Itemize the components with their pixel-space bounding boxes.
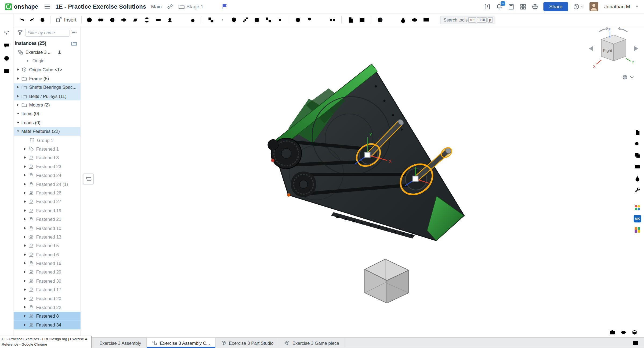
tree-row[interactable]: Frame (5) [13,74,80,83]
chevron-down-icon[interactable] [16,129,21,134]
community-icon[interactable] [531,3,538,10]
workspace-label[interactable]: Main [151,4,162,9]
tool-ball-mate[interactable] [165,15,175,25]
copy-panel-icon[interactable] [633,151,642,160]
onshape-logo[interactable]: onshape [5,3,38,10]
tree-row[interactable]: Fastened 22 [13,303,80,312]
chevron-right-icon[interactable] [16,85,21,90]
tree-row[interactable]: Fastened 17 [13,285,80,294]
versions-history-panel[interactable] [2,54,11,63]
mate-features-panel-handle[interactable] [83,173,94,184]
chevron-down-icon[interactable] [16,120,21,125]
chevron-right-icon[interactable] [23,287,28,292]
tree-row[interactable]: Fastened 30 [13,276,80,285]
tree-row[interactable]: Fastened 24 [13,171,80,180]
chevron-right-icon[interactable] [23,269,28,274]
tree-row[interactable]: Fastened 1 [13,144,80,153]
tool-circular-pattern[interactable] [252,15,262,25]
user-name[interactable]: Jonathan M [604,4,630,9]
chevron-right-icon[interactable] [23,190,28,195]
tool-cylindrical-mate[interactable] [142,15,152,25]
tool-gear-relation[interactable] [293,15,303,25]
tree-row[interactable]: Items (0) [13,109,80,118]
tree-row[interactable]: Fastened 3 [13,153,80,162]
screenshot-icon[interactable] [609,329,616,336]
tree-row[interactable]: Motors (2) [13,101,80,109]
tool-pin-slot-mate[interactable] [153,15,163,25]
tree-row[interactable]: Fastened 27 [13,197,80,206]
tree-row[interactable]: Mate Features (22) [13,127,80,136]
tool-bill-of-materials[interactable] [345,15,356,25]
tool-standard-content[interactable] [229,15,239,25]
learning-center-icon[interactable] [508,3,515,10]
chevron-right-icon[interactable] [23,322,28,327]
tab-exercise-3-part-studio[interactable]: Exercise 3 Part Studio [216,338,279,348]
chevron-right-icon[interactable] [23,261,28,266]
hidden-parts-icon[interactable] [631,329,638,336]
tree-row[interactable]: Belts / Pulleys (11) [13,92,80,101]
tab-manager-icon[interactable] [631,338,641,348]
view-cube[interactable]: Right Z Y X [587,27,641,76]
chevron-right-icon[interactable] [23,173,28,178]
tab-exercise-3-game-piece[interactable]: Exercise 3 Game piece [279,338,345,348]
tool-planar-mate[interactable] [130,15,140,25]
tree-row[interactable]: Origin [13,56,80,65]
chevron-right-icon[interactable] [16,102,21,107]
notifications-icon[interactable]: + [496,3,503,10]
chevron-right-icon[interactable] [23,296,28,301]
main-menu-icon[interactable] [44,3,50,10]
assembly-model[interactable]: Y X [268,64,464,303]
chevron-right-icon[interactable] [23,146,28,151]
layout-panel-icon[interactable] [633,163,642,171]
tool-explode[interactable] [275,15,285,25]
help-button[interactable] [573,3,585,10]
chevron-right-icon[interactable] [23,235,28,239]
tool-screw-relation[interactable] [316,15,326,25]
bom-panel[interactable] [2,67,11,76]
tree-row[interactable]: Group 1 [13,136,80,145]
tree-row[interactable]: Origin Cube <1> [13,65,80,74]
tool-snapshot[interactable] [84,15,95,25]
tree-row[interactable]: Fastened 29 [13,268,80,276]
chevron-down-icon[interactable] [16,111,21,116]
undo-button[interactable] [17,15,27,25]
tree-row[interactable]: Fastened 10 [13,224,80,233]
tree-row[interactable]: Fastened 21 [13,215,80,224]
tool-mate[interactable] [96,15,106,25]
tree-row[interactable]: Fastened 16 [13,259,80,268]
tool-linear-pattern[interactable] [240,15,251,25]
sync-button[interactable] [37,15,48,25]
tool-appearance[interactable] [398,15,408,25]
tools-panel-icon[interactable] [633,186,642,194]
view-cube-face-label[interactable]: Right [603,48,612,53]
app-store-icon[interactable] [520,3,527,10]
tree-row[interactable]: Fastened 34 [13,321,80,329]
instances-list-toggle[interactable] [2,16,11,25]
chevron-right-icon[interactable] [23,226,28,230]
search-tools-input[interactable] [444,17,468,22]
chevron-right-icon[interactable] [23,164,28,169]
stage-label[interactable]: Stage 1 [186,4,203,9]
chevron-right-icon[interactable] [16,94,21,98]
chevron-right-icon[interactable] [16,76,21,81]
tool-group[interactable] [206,15,216,25]
tree-row[interactable]: Fastened 23 [13,162,80,171]
appearance-panel-icon[interactable] [633,174,642,183]
filter-icon[interactable] [17,30,23,35]
tree-row[interactable]: Loads (0) [13,118,80,127]
add-folder-icon[interactable] [71,40,77,46]
doc-panel-icon[interactable] [633,128,642,137]
comments-panel[interactable] [2,41,11,50]
display-mode-button[interactable] [622,74,635,80]
tool-parallel-mate[interactable] [176,15,186,25]
tool-measure[interactable] [386,15,397,25]
visibility-icon[interactable] [620,329,627,336]
tool-revolute-mate[interactable] [107,15,117,25]
chevron-right-icon[interactable] [23,199,28,204]
chevron-right-icon[interactable] [23,314,28,318]
tool-rack-pinion-relation[interactable] [304,15,314,25]
featurescript-icon[interactable] [484,3,491,10]
chevron-right-icon[interactable] [23,217,28,222]
search-tools-box[interactable]: ctrlshiftp [440,15,495,24]
tool-replicate[interactable] [263,15,273,25]
